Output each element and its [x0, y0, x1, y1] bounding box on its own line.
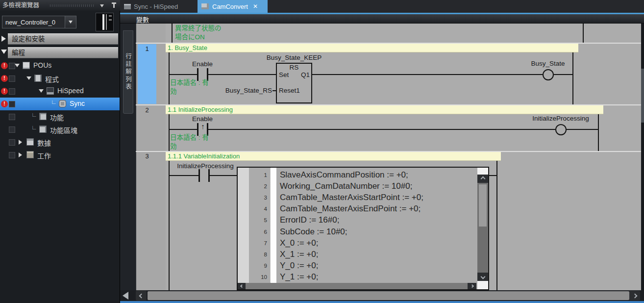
tree-item-function-blocks[interactable]: ∟功能區塊 — [0, 123, 120, 136]
expander-icon[interactable] — [39, 89, 44, 93]
explorer-menu-chevron-icon[interactable] — [100, 4, 104, 7]
rung1-coil-label[interactable]: Busy_State — [531, 60, 565, 68]
variables-bar-label: 變數 — [136, 15, 149, 24]
tree-item-tasks[interactable]: 工作 — [0, 149, 120, 161]
st-scroll-up-button[interactable] — [477, 175, 488, 183]
st-line[interactable]: 8X_1 := +0; — [249, 249, 467, 260]
rung-comment-list-tab[interactable]: 行註解列表 — [123, 30, 133, 114]
rung2-comment-bar[interactable]: 1.1 InitializeProcessing — [166, 105, 603, 114]
variables-splitter-bar[interactable]: 變數 — [120, 14, 644, 24]
tree-item-hispeed[interactable]: !HiSpeed — [0, 85, 120, 98]
rung1-contact-label[interactable]: Enable — [192, 60, 213, 68]
st-scroll-down-button[interactable] — [477, 273, 488, 281]
error-icon: ! — [1, 101, 8, 107]
wire — [488, 175, 496, 176]
tree-item-pous[interactable]: !POUs — [0, 59, 120, 72]
rung2-annotation-line2: 効 — [170, 143, 177, 151]
st-code-text[interactable]: CamTable_MasterAxisEndPoint := +0; — [280, 204, 421, 214]
st-line[interactable]: 2Working_CamDataNumber := 10#0; — [249, 180, 467, 192]
tree-item-data[interactable]: 數據 — [0, 136, 120, 149]
rung1-gutter-selected[interactable] — [138, 44, 156, 104]
st-code-text[interactable]: Working_CamDataNumber := 10#0; — [280, 181, 412, 191]
st-line-number: 3 — [249, 195, 269, 201]
ladder-program-icon — [124, 4, 131, 9]
contact-bar[interactable] — [198, 169, 200, 182]
multiview-explorer-panel: 多檢視瀏覽器 new_Controller_0 設定和安裝 編程 !POUs!程… — [0, 0, 120, 303]
rung1-number[interactable]: 1 — [138, 45, 156, 52]
tree-item-sync[interactable]: !∟Sync — [0, 98, 120, 110]
expander-icon[interactable] — [15, 64, 20, 67]
rung3-comment-bar[interactable]: 1.1.1 VariableInitialization — [166, 152, 501, 161]
controller-image — [96, 13, 114, 31]
explorer-title-bar[interactable]: 多檢視瀏覽器 — [0, 0, 120, 11]
editor-scroll-right-button[interactable] — [629, 291, 640, 301]
editor-hscroll-thumb[interactable] — [148, 291, 629, 300]
expander-icon[interactable] — [19, 140, 22, 145]
rung3-contact-label[interactable]: InitializeProcessing — [177, 162, 234, 170]
controller-select-chevron-icon[interactable] — [65, 16, 76, 28]
sysmac-studio-window: 多檢視瀏覽器 new_Controller_0 設定和安裝 編程 !POUs!程… — [0, 0, 644, 303]
st-vscroll-thumb[interactable] — [479, 184, 487, 227]
wire — [567, 129, 598, 130]
st-code-text[interactable]: SlaveAxisCommandPosition := +0; — [280, 170, 408, 180]
st-line[interactable]: 4CamTable_MasterAxisEndPoint := +0; — [249, 203, 467, 215]
pin-icon[interactable] — [111, 2, 117, 8]
section-collapsed-arrow-icon[interactable] — [1, 36, 6, 42]
wire — [170, 129, 198, 130]
coil[interactable] — [555, 124, 567, 135]
wire — [170, 74, 198, 75]
st-code-text[interactable]: SubCode := 10#0; — [280, 227, 347, 237]
coil[interactable] — [543, 69, 554, 80]
section-expanded-arrow-icon[interactable] — [1, 50, 7, 54]
st-code-text[interactable]: Y_1 := +0; — [280, 272, 318, 282]
st-hscroll-track[interactable] — [246, 283, 468, 289]
tab-close-icon[interactable]: ✕ — [253, 3, 258, 10]
section-programming[interactable]: 編程 — [8, 47, 118, 58]
st-code-text[interactable]: X_1 := +0; — [280, 250, 318, 259]
rung0-annotation-line2: 場合にON — [175, 33, 205, 41]
editor-vscroll-strip[interactable] — [641, 24, 644, 290]
branch-icon: ∟ — [31, 111, 37, 118]
rs-block-instance-label[interactable]: Busy_State_KEEP — [267, 54, 322, 62]
collapse-panel-icon[interactable] — [123, 292, 128, 300]
st-line[interactable]: 6SubCode := 10#0; — [249, 226, 467, 237]
rung2-number[interactable]: 2 — [138, 106, 156, 114]
section-configuration-setup[interactable]: 設定和安裝 — [8, 33, 118, 45]
tree-item-label: 工作 — [37, 151, 51, 160]
st-line-number: 1 — [249, 172, 269, 178]
st-line[interactable]: 5ErrorID := 16#0; — [249, 215, 467, 226]
rung3-comment: 1.1.1 VariableInitialization — [168, 152, 240, 160]
st-scroll-left-button[interactable] — [238, 283, 246, 289]
tree-item-functions[interactable]: ∟功能 — [0, 110, 120, 123]
st-code-text[interactable]: X_0 := +0; — [280, 238, 318, 248]
rung2-coil-label[interactable]: InitializeProcessing — [532, 115, 589, 123]
st-scroll-right-button[interactable] — [468, 283, 476, 289]
expander-icon[interactable] — [19, 152, 22, 157]
inline-st-editor[interactable]: 1SlaveAxisCommandPosition := +0;2Working… — [237, 167, 489, 290]
rung1-comment-bar[interactable]: 1. Busy_State — [166, 44, 578, 52]
expander-icon[interactable] — [26, 76, 31, 80]
controller-select[interactable]: new_Controller_0 — [2, 16, 76, 28]
rung2-comment: 1.1 InitializeProcessing — [168, 106, 233, 113]
st-code-text[interactable]: CamTable_MasterAxisStartPoint := +0; — [280, 193, 423, 202]
rs-pin-q1: Q1 — [276, 71, 310, 79]
section-label: 編程 — [12, 49, 25, 56]
editor-vscroll-thumb[interactable] — [641, 69, 644, 123]
st-code-text[interactable]: ErrorID := 16#0; — [280, 215, 339, 225]
rung3-number[interactable]: 3 — [138, 152, 156, 160]
st-line[interactable]: 1SlaveAxisCommandPosition := +0; — [249, 169, 467, 180]
st-line[interactable]: 3CamTable_MasterAxisStartPoint := +0; — [249, 192, 467, 203]
tab-camconvert-active[interactable]: CamConvert ✕ — [198, 0, 268, 13]
st-line[interactable]: 7X_0 := +0; — [249, 237, 467, 249]
st-line[interactable]: 10Y_1 := +0; — [249, 272, 467, 283]
tree-item-programs[interactable]: !程式 — [0, 72, 120, 85]
tab-sync-hispeed[interactable]: Sync - HiSpeed — [122, 0, 197, 13]
st-line[interactable]: 9Y_0 := +0; — [249, 260, 467, 272]
pous-icon — [23, 62, 30, 69]
function-block-icon — [39, 126, 47, 133]
editor-scroll-left-button[interactable] — [136, 291, 147, 301]
rs-pin-reset1: Reset1 — [279, 87, 300, 95]
rs-reset-operand[interactable]: Busy_State_RS — [206, 87, 272, 95]
st-code-text[interactable]: Y_0 := +0; — [280, 261, 318, 271]
rung-comment-list-label: 行註解列表 — [124, 53, 133, 91]
